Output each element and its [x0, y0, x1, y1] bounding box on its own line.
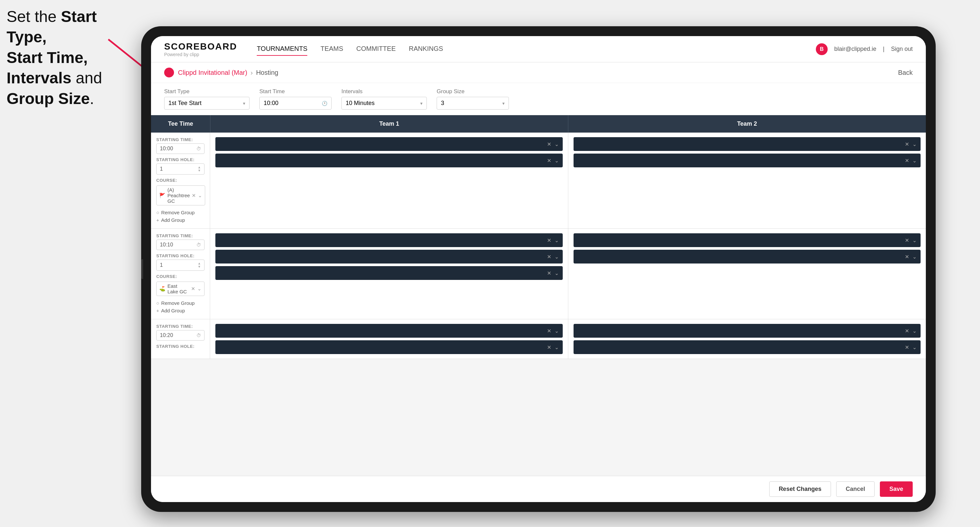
back-button[interactable]: Back	[898, 69, 913, 76]
course-tag-2: ⛳ East Lake GC ✕ ⌄	[156, 281, 205, 296]
course-expand-1[interactable]: ⌄	[198, 193, 202, 198]
col-header-team1: Team 1	[210, 115, 568, 133]
stepper-down-1[interactable]: ▼	[198, 169, 201, 172]
player-remove-g2-1-3[interactable]: ✕	[547, 270, 551, 276]
team1-col-3: ✕ ⌄ ✕ ⌄	[210, 319, 568, 359]
remove-icon-1: ○	[156, 210, 159, 215]
remove-group-btn-1[interactable]: ○ Remove Group	[156, 209, 205, 216]
cancel-button[interactable]: Cancel	[836, 481, 875, 497]
tee-actions-2: ○ Remove Group + Add Group	[156, 299, 205, 314]
tee-right-2: ✕ ⌄ ✕ ⌄ ✕ ⌄ ✕	[210, 229, 926, 319]
player-remove-g3-2-2[interactable]: ✕	[905, 344, 909, 351]
stepper-down-2[interactable]: ▼	[198, 265, 201, 268]
player-expand-2-1[interactable]: ⌄	[912, 141, 916, 147]
player-expand-2-2[interactable]: ⌄	[912, 157, 916, 164]
tee-left-2: STARTING TIME: 10:10 ⏱ STARTING HOLE: 1 …	[151, 229, 210, 319]
nav-tournaments[interactable]: TOURNAMENTS	[257, 42, 307, 56]
group-size-select[interactable]: 3 ▾	[437, 97, 509, 110]
player-remove-2-1[interactable]: ✕	[905, 141, 909, 147]
starting-time-input-3[interactable]: 10:20 ⏱	[156, 330, 205, 341]
nav-committee[interactable]: COMMITTEE	[356, 42, 396, 56]
reset-changes-button[interactable]: Reset Changes	[769, 481, 831, 497]
main-content[interactable]: STARTING TIME: 10:00 ⏱ STARTING HOLE: 1 …	[151, 133, 926, 476]
nav-teams[interactable]: TEAMS	[320, 42, 343, 56]
col-header-team2: Team 2	[568, 115, 926, 133]
course-remove-x-2[interactable]: ✕	[191, 286, 195, 292]
start-type-select[interactable]: 1st Tee Start ▾	[164, 97, 250, 110]
remove-group-label-1: Remove Group	[161, 210, 195, 215]
player-expand-g2-1-2[interactable]: ⌄	[555, 254, 559, 260]
sign-out-link[interactable]: Sign out	[891, 46, 913, 52]
player-expand-1-2[interactable]: ⌄	[555, 157, 559, 164]
starting-time-value-1: 10:00	[160, 146, 173, 152]
starting-hole-label-3: STARTING HOLE:	[156, 344, 205, 349]
player-remove-g3-1-2[interactable]: ✕	[547, 344, 551, 351]
save-button[interactable]: Save	[880, 481, 913, 497]
add-group-label-2: Add Group	[161, 308, 185, 313]
player-remove-g2-1-2[interactable]: ✕	[547, 254, 551, 260]
add-group-btn-1[interactable]: + Add Group	[156, 216, 205, 224]
start-type-label: Start Type	[164, 88, 250, 95]
clock-icon-2: ⏱	[196, 242, 201, 248]
starting-time-input-2[interactable]: 10:10 ⏱	[156, 240, 205, 250]
team1-col-2: ✕ ⌄ ✕ ⌄ ✕ ⌄	[210, 229, 568, 319]
start-time-select[interactable]: 10:00 🕐	[259, 97, 332, 110]
remove-group-btn-2[interactable]: ○ Remove Group	[156, 299, 205, 307]
player-remove-1-1[interactable]: ✕	[547, 141, 551, 147]
player-remove-g2-2-2[interactable]: ✕	[905, 254, 909, 260]
start-time-value: 10:00	[264, 100, 278, 106]
breadcrumb-separator: ›	[250, 69, 253, 76]
player-expand-g3-2-2[interactable]: ⌄	[912, 344, 916, 351]
team2-g3-player-row-2: ✕ ⌄	[574, 340, 921, 354]
team2-g2-player-row-1: ✕ ⌄	[574, 233, 921, 247]
player-expand-g3-1-2[interactable]: ⌄	[555, 344, 559, 351]
player-expand-g2-2-2[interactable]: ⌄	[912, 254, 916, 260]
team2-col-3: ✕ ⌄ ✕ ⌄	[568, 319, 926, 359]
starting-time-input-1[interactable]: 10:00 ⏱	[156, 143, 205, 154]
player-expand-g2-1-1[interactable]: ⌄	[555, 237, 559, 243]
breadcrumb-tournament-link[interactable]: Clippd Invitational (Mar)	[178, 69, 247, 76]
course-flag-1: 🚩	[159, 193, 165, 198]
starting-hole-stepper-1[interactable]: 1 ▲ ▼	[156, 163, 205, 175]
add-icon-2: +	[156, 308, 159, 313]
group-size-chevron: ▾	[502, 101, 504, 106]
nav-rankings[interactable]: RANKINGS	[409, 42, 443, 56]
nav-separator: |	[883, 46, 885, 52]
annotation-bold: Start Type,Start Time,Intervals	[6, 8, 97, 87]
add-group-btn-2[interactable]: + Add Group	[156, 307, 205, 314]
player-remove-1-2[interactable]: ✕	[547, 157, 551, 164]
intervals-label: Intervals	[342, 88, 427, 95]
team1-g2-player-row-2: ✕ ⌄	[215, 250, 563, 264]
course-tag-1: 🚩 (A) Peachtree GC ✕ ⌄	[156, 186, 205, 205]
starting-hole-label-2: STARTING HOLE:	[156, 253, 205, 258]
player-expand-g2-1-3[interactable]: ⌄	[555, 270, 559, 276]
add-icon-1: +	[156, 217, 159, 223]
user-avatar: B	[816, 43, 828, 55]
course-remove-x-1[interactable]: ✕	[192, 193, 196, 198]
group-row-3: STARTING TIME: 10:20 ⏱ STARTING HOLE: ✕ …	[151, 319, 926, 359]
player-expand-g3-2-1[interactable]: ⌄	[912, 328, 916, 334]
col-header-tee-time: Tee Time	[151, 115, 210, 133]
team2-g3-player-row-1: ✕ ⌄	[574, 324, 921, 338]
player-expand-1-1[interactable]: ⌄	[555, 141, 559, 147]
player-expand-g3-1-1[interactable]: ⌄	[555, 328, 559, 334]
player-remove-g3-1-1[interactable]: ✕	[547, 328, 551, 334]
team2-player-row-2: ✕ ⌄	[574, 154, 921, 167]
breadcrumb-icon	[164, 68, 174, 78]
player-expand-g2-2-1[interactable]: ⌄	[912, 237, 916, 243]
column-headers: Tee Time Team 1 Team 2	[151, 115, 926, 133]
course-expand-2[interactable]: ⌄	[197, 286, 202, 292]
settings-bar: Start Type 1st Tee Start ▾ Start Time 10…	[151, 83, 926, 115]
player-remove-g3-2-1[interactable]: ✕	[905, 328, 909, 334]
team1-player-row-2: ✕ ⌄	[215, 154, 563, 167]
player-remove-g2-2-1[interactable]: ✕	[905, 237, 909, 243]
starting-hole-value-2: 1	[160, 262, 163, 268]
intervals-select[interactable]: 10 Minutes ▾	[342, 97, 427, 110]
starting-hole-stepper-2[interactable]: 1 ▲ ▼	[156, 260, 205, 271]
annotation-text: Set the Start Type,Start Time,Intervals …	[6, 6, 111, 109]
user-email: blair@clipped.ie	[834, 46, 876, 52]
player-remove-g2-1-1[interactable]: ✕	[547, 237, 551, 243]
starting-hole-value-1: 1	[160, 166, 163, 172]
group-size-label: Group Size	[437, 88, 509, 95]
player-remove-2-2[interactable]: ✕	[905, 157, 909, 164]
